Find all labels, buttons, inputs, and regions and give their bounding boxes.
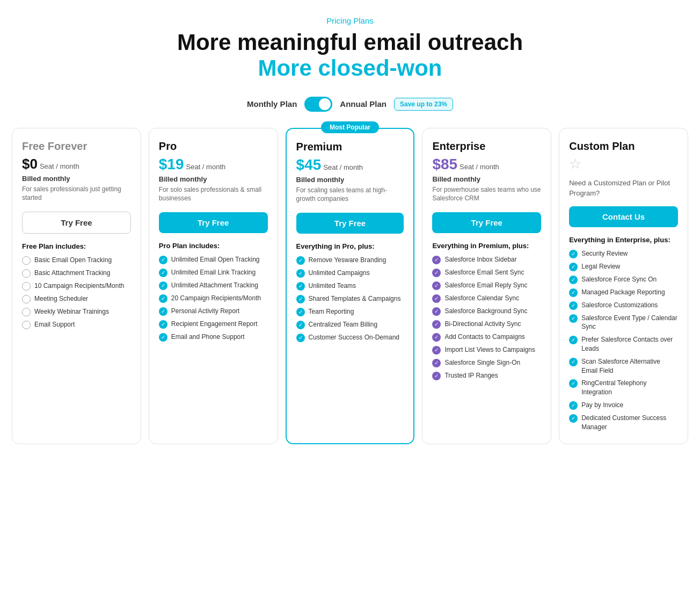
list-item: ✓ Unlimited Attachment Tracking [159,281,268,290]
plan-cta-button[interactable]: Try Free [22,212,131,234]
feature-text: Security Review [581,249,628,258]
feature-list: ✓ Salesforce Inbox Sidebar ✓ Salesforce … [432,255,541,380]
plan-cta-button[interactable]: Try Free [296,213,404,234]
feature-check-icon: ✓ [296,334,305,342]
feature-text: Bi-Directional Activity Sync [444,320,521,329]
annual-label: Annual Plan [340,99,387,109]
feature-check-icon: ✓ [432,333,441,342]
feature-check-icon: ✓ [569,263,578,271]
feature-text: Unlimited Attachment Tracking [171,281,258,290]
feature-text: Remove Yesware Branding [309,256,387,265]
list-item: ✓ Bi-Directional Activity Sync [432,320,541,329]
feature-check-icon [22,282,31,291]
feature-text: Email and Phone Support [171,332,245,342]
plan-desc: For scaling sales teams at high-growth c… [296,186,404,205]
price-amount: $45 [296,156,322,174]
plan-desc: For sales professionals just getting sta… [22,185,131,204]
feature-check-icon: ✓ [159,294,167,303]
feature-text: Customer Success On-Demand [309,333,399,342]
list-item: ✓ Salesforce Inbox Sidebar [432,255,541,264]
feature-text: 20 Campaign Recipients/Month [171,294,261,303]
list-item: ✓ Unlimited Campaigns [296,269,404,278]
feature-check-icon: ✓ [432,307,441,316]
list-item: ✓ Dedicated Customer Success Manager [569,414,678,432]
plan-cta-button[interactable]: Contact Us [569,206,678,227]
feature-check-icon: ✓ [432,359,441,367]
feature-text: Unlimited Teams [309,281,356,291]
list-item: ✓ Unlimited Email Link Tracking [159,268,268,277]
feature-text: Meeting Scheduler [34,294,88,303]
list-item: ✓ RingCentral Telephony Integration [569,379,678,397]
feature-text: Salesforce Single Sign-On [444,358,520,367]
plan-price: $19 Seat / month [159,156,268,173]
feature-text: Salesforce Event Type / Calendar Sync [581,314,678,332]
feature-check-icon: ✓ [296,282,305,291]
plan-card-enterprise: Enterprise $85 Seat / month Billed month… [422,128,551,444]
list-item: ✓ Trusted IP Ranges [432,371,541,380]
billing-toggle-switch[interactable] [304,97,332,112]
feature-text: Managed Package Reporting [581,288,665,297]
feature-check-icon: ✓ [296,308,305,316]
feature-check-icon [22,321,31,329]
plan-desc: Need a Customized Plan or Pilot Program? [569,178,678,199]
feature-text: Salesforce Background Sync [444,307,527,316]
feature-text: Recipient Engagement Report [171,320,258,329]
list-item: ✓ Legal Review [569,262,678,271]
feature-check-icon: ✓ [569,414,578,423]
feature-text: RingCentral Telephony Integration [581,379,678,397]
list-item: Meeting Scheduler [22,294,131,303]
list-item: ✓ Scan Salesforce Alternative Email Fiel… [569,357,678,375]
features-title: Everything in Enterprise, plus: [569,236,678,244]
feature-check-icon: ✓ [569,379,578,388]
plan-desc: For solo sales professionals & small bus… [159,185,268,205]
feature-check-icon: ✓ [432,346,441,355]
feature-text: Centralized Team Billing [309,320,378,329]
list-item: ✓ Remove Yesware Branding [296,256,404,265]
list-item: ✓ Salesforce Email Sent Sync [432,268,541,277]
plan-card-free: Free Forever $0 Seat / month Billed mont… [12,128,141,444]
plan-name: Pro [159,140,268,153]
feature-check-icon: ✓ [432,256,441,264]
feature-check-icon: ✓ [432,281,441,290]
list-item: ✓ Unlimited Teams [296,281,404,291]
feature-check-icon: ✓ [296,269,305,278]
plan-cta-button[interactable]: Try Free [159,212,268,233]
price-unit: Seat / month [460,163,499,171]
feature-text: Unlimited Campaigns [309,269,370,278]
feature-text: Weekly Webinar Trainings [34,307,109,316]
feature-text: Dedicated Customer Success Manager [581,414,678,432]
plan-cta-button[interactable]: Try Free [432,212,541,233]
list-item: ✓ Salesforce Customizations [569,301,678,310]
monthly-label: Monthly Plan [247,99,297,109]
feature-check-icon: ✓ [569,336,578,344]
pricing-label: Pricing Plans [11,16,689,25]
price-amount: $19 [159,156,184,173]
price-amount: $85 [432,156,457,173]
list-item: ✓ Salesforce Calendar Sync [432,294,541,303]
feature-text: Personal Activity Report [171,307,239,316]
feature-text: 10 Campaign Recipients/Month [34,281,124,291]
feature-text: Salesforce Inbox Sidebar [444,255,516,264]
list-item: ✓ Import List Views to Campaigns [432,345,541,355]
plan-name: Enterprise [432,140,541,153]
most-popular-badge: Most Popular [321,121,379,133]
list-item: ✓ Shared Templates & Campaigns [296,294,404,303]
plan-name: Custom Plan [569,140,678,153]
feature-check-icon [22,308,31,316]
feature-check-icon: ✓ [569,276,578,284]
feature-text: Salesforce Email Reply Sync [444,281,527,290]
feature-check-icon: ✓ [296,256,305,265]
feature-text: Salesforce Calendar Sync [444,294,519,303]
plan-billing: Billed monthly [432,175,541,183]
list-item: ✓ Personal Activity Report [159,307,268,316]
list-item: ✓ Email and Phone Support [159,332,268,342]
feature-check-icon: ✓ [569,301,578,310]
feature-check-icon: ✓ [296,295,305,303]
page-header: Pricing Plans More meaningful email outr… [11,16,689,82]
feature-check-icon [22,256,31,265]
list-item: Basic Attachment Tracking [22,269,131,278]
list-item: ✓ Salesforce Event Type / Calendar Sync [569,314,678,332]
feature-check-icon: ✓ [569,401,578,410]
plan-name: Free Forever [22,140,131,153]
main-subtitle: More closed-won [11,55,689,81]
